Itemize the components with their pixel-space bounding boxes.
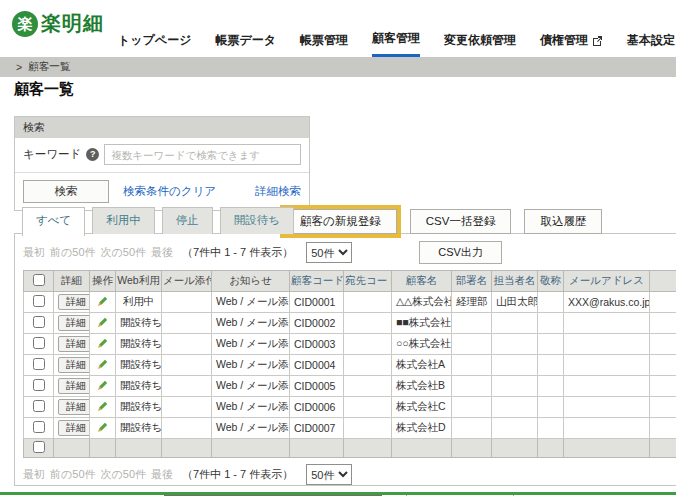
honorific-cell [538,313,564,334]
advanced-search-link[interactable]: 詳細検索 [255,184,301,199]
global-nav: トップページ 帳票データ 帳票管理 顧客管理 変更依頼管理 債権管理 基本設定 [118,30,675,57]
page-size-select-bottom[interactable]: 50件 [306,464,352,485]
notice-links[interactable]: Web / メール添付 [212,334,290,355]
column-header[interactable]: 顧客名 [392,271,452,292]
nav-item-invoice-data[interactable]: 帳票データ [215,30,276,57]
pagination-bottom: 最初 前の50件 次の50件 最後 （7件中 1 - 7 件表示） 50件 [23,464,676,485]
row-checkbox[interactable] [33,337,45,349]
edit-cell [90,313,116,334]
email-cell [564,397,650,418]
edit-cell [90,334,116,355]
detail-cell: 詳細 [54,376,90,397]
clear-search-link[interactable]: 検索条件のクリア [123,184,216,199]
detail-button[interactable]: 詳細 [58,357,90,373]
nav-item-customer-management[interactable]: 顧客管理 [372,30,420,57]
notice-links[interactable]: Web / メール添付 [212,292,290,313]
column-header[interactable]: 顧客コード [290,271,344,292]
notice-links[interactable]: Web / メール添付 [212,355,290,376]
mail-attach-cell [162,292,212,313]
row-checkbox[interactable] [33,421,45,433]
column-header[interactable]: 宛先コード [344,271,392,292]
nav-item-change-request[interactable]: 変更依頼管理 [444,30,516,57]
row-checkbox[interactable] [33,358,45,370]
edit-pencil-icon[interactable] [96,295,109,310]
detail-button[interactable]: 詳細 [58,294,90,310]
email-cell [564,355,650,376]
edit-cell [90,376,116,397]
edit-pencil-icon[interactable] [96,316,109,331]
nav-item-receivables[interactable]: 債権管理 [540,30,603,57]
select-all-checkbox[interactable] [33,274,45,286]
column-header[interactable]: 担当者名 [492,271,538,292]
customer-name-cell: △△株式会社 [392,292,452,313]
row-select-cell [24,292,54,313]
postal-code-cell [650,334,676,355]
contact-person-cell [492,355,538,376]
notice-links[interactable]: Web / メール添付 [212,418,290,439]
column-header[interactable]: 郵便番号 [650,271,676,292]
import-history-button[interactable]: 取込履歴 [524,209,602,234]
customer-name-cell: ■■株式会社 [392,313,452,334]
notice-links[interactable]: Web / メール添付 [212,397,290,418]
column-header[interactable]: 部署名 [452,271,492,292]
detail-cell: 詳細 [54,355,90,376]
nav-item-invoice-management[interactable]: 帳票管理 [300,30,348,57]
table-header-row: 詳細操作Web利用メール添付お知らせ顧客コード宛先コード顧客名部署名担当者名敬称… [24,271,676,292]
footer-select-cell [24,439,54,458]
row-checkbox[interactable] [33,400,45,412]
tab-all[interactable]: すべて [22,207,85,236]
csv-export-button[interactable]: CSV出力 [419,241,502,264]
email-cell [564,334,650,355]
detail-button[interactable]: 詳細 [58,315,90,331]
page-size-select[interactable]: 50件 [306,242,352,263]
customer-name-cell: ○○株式会社 [392,334,452,355]
edit-cell [90,397,116,418]
tab-in-use[interactable]: 利用中 [92,207,155,234]
customer-code-cell: CID0001 [290,292,344,313]
row-checkbox[interactable] [33,316,45,328]
detail-button[interactable]: 詳細 [58,378,90,394]
footer-select-all-checkbox[interactable] [33,441,45,453]
detail-button[interactable]: 詳細 [58,336,90,352]
email-cell [564,418,650,439]
nav-item-top-page[interactable]: トップページ [118,30,191,57]
edit-pencil-icon[interactable] [96,421,109,436]
new-customer-button[interactable]: 顧客の新規登録 [284,209,397,234]
nav-item-basic-settings[interactable]: 基本設定 [627,30,675,57]
row-checkbox[interactable] [33,379,45,391]
detail-button[interactable]: 詳細 [58,399,90,415]
tab-pending[interactable]: 開設待ち [220,207,294,234]
department-cell [452,376,492,397]
edit-pencil-icon[interactable] [96,400,109,415]
edit-pencil-icon[interactable] [96,379,109,394]
edit-pencil-icon[interactable] [96,358,109,373]
keyword-input[interactable] [104,144,301,165]
tab-stopped[interactable]: 停止 [162,207,213,234]
postal-code-cell [650,292,676,313]
dest-code-cell [344,334,392,355]
email-cell [564,376,650,397]
logo-circle-icon: 楽 [12,11,38,37]
table-row: 詳細 開設待ち Web / メール添付 CID0006 株式会社C [24,397,676,418]
footer-cell [650,439,676,458]
column-header[interactable]: 敬称 [538,271,564,292]
detail-cell: 詳細 [54,334,90,355]
footer-cell [116,439,162,458]
column-header: メール添付 [162,271,212,292]
table-body: 詳細 利用中 Web / メール添付 CID0001 △△株式会社 経理部 [24,292,676,458]
breadcrumb-prefix: > [16,61,22,73]
row-checkbox[interactable] [33,295,45,307]
help-icon[interactable]: ? [86,148,99,161]
notice-links[interactable]: Web / メール添付 [212,313,290,334]
page-next-link-bottom: 次の50件 [101,467,147,482]
table-footer-row [24,439,676,458]
postal-code-cell [650,397,676,418]
csv-bulk-register-button[interactable]: CSV一括登録 [410,209,512,234]
notice-links[interactable]: Web / メール添付 [212,376,290,397]
column-header[interactable]: メールアドレス [564,271,650,292]
honorific-cell [538,355,564,376]
detail-button[interactable]: 詳細 [58,420,90,436]
page-last-link-bottom: 最後 [151,467,173,482]
search-button[interactable]: 検索 [23,180,109,203]
edit-pencil-icon[interactable] [96,337,109,352]
